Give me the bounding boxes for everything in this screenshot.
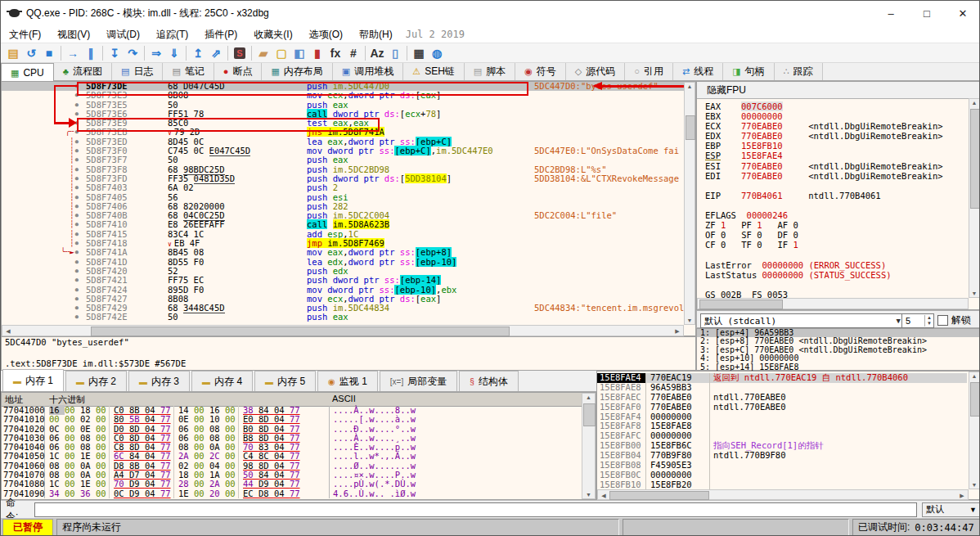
function-icon[interactable]: fx bbox=[326, 45, 344, 61]
tab-struct[interactable]: §结构体 bbox=[459, 371, 519, 391]
breakpoint-dot-icon[interactable]: ● bbox=[75, 220, 79, 229]
calling-convention-select[interactable]: 默认 (stdcall) ▼ bbox=[700, 313, 905, 328]
breakpoint-dot-icon[interactable]: ● bbox=[75, 137, 79, 146]
breakpoint-dot-icon[interactable]: ● bbox=[75, 101, 79, 110]
register-row[interactable]: EAX007C6000 bbox=[705, 101, 967, 111]
breakpoint-dot-icon[interactable]: ● bbox=[75, 183, 79, 192]
stack-row[interactable]: 15E8FAF0770EABE0ntdll.770EABE0 bbox=[597, 403, 967, 412]
tab-cpu[interactable]: ▦CPU bbox=[1, 63, 54, 83]
spinner-arrows-icon[interactable]: ▲▼ bbox=[924, 315, 933, 327]
breakpoint-dot-icon[interactable]: ● bbox=[75, 155, 79, 164]
label-icon[interactable]: ◧ bbox=[290, 45, 308, 61]
register-row[interactable]: ECX770EABE0 <ntdll.DbgUiRemoteBreakin> bbox=[705, 121, 967, 131]
register-row[interactable]: CF 0 TF 0 IF 1 bbox=[705, 240, 967, 250]
dump-row[interactable]: 7704109034 00 36 000C D9 04 771E 00 20 0… bbox=[2, 489, 578, 498]
menu-item-2[interactable]: 调试(D) bbox=[98, 29, 148, 40]
tab-seh-chain[interactable]: ⚠SEH链 bbox=[403, 63, 465, 80]
step-out-icon[interactable]: ↥ bbox=[189, 45, 207, 61]
tab-graph[interactable]: ♣流程图 bbox=[54, 63, 112, 80]
tab-log[interactable]: ▤日志 bbox=[112, 63, 163, 80]
hash-icon[interactable]: # bbox=[344, 45, 362, 61]
breakpoint-dot-icon[interactable]: ● bbox=[75, 304, 79, 313]
stack-row[interactable]: 15E8FAEC770EABE0ntdll.770EABE0 bbox=[597, 393, 967, 403]
register-row[interactable]: ESP15E8FAE4 bbox=[705, 151, 967, 160]
tab-dump-5[interactable]: ▬内存 5 bbox=[254, 371, 316, 391]
breakpoint-dot-icon[interactable]: ● bbox=[75, 230, 79, 239]
menu-item-6[interactable]: 选项(O) bbox=[301, 29, 351, 40]
breakpoint-dot-icon[interactable]: ● bbox=[75, 193, 79, 202]
tab-dump-2[interactable]: ▬内存 2 bbox=[65, 371, 127, 391]
run-to-user-code-icon[interactable]: ⇗ bbox=[207, 45, 225, 61]
breakpoint-dot-icon[interactable]: ● bbox=[75, 248, 79, 257]
tab-dump-1[interactable]: ▬内存 1 bbox=[2, 369, 64, 391]
tab-dump-4[interactable]: ▬内存 4 bbox=[191, 371, 253, 391]
command-input[interactable] bbox=[34, 502, 917, 517]
breakpoint-dot-icon[interactable]: ● bbox=[75, 174, 79, 183]
disasm-row[interactable]: ●5D8F742E50push eax bbox=[2, 313, 695, 322]
maximize-button[interactable]: □ bbox=[909, 1, 945, 25]
menu-item-7[interactable]: 帮助(H) bbox=[351, 29, 401, 40]
register-row[interactable]: ESI770EABE0 <ntdll.DbgUiRemoteBreakin> bbox=[705, 161, 967, 171]
stop-icon[interactable]: ■ bbox=[40, 45, 58, 61]
memory-map-icon[interactable]: ▯ bbox=[386, 45, 404, 61]
register-hscrollbar[interactable] bbox=[697, 298, 969, 309]
tab-dump-3[interactable]: ▬内存 3 bbox=[128, 371, 190, 391]
command-scope-dropdown[interactable]: 默认 ▼ bbox=[922, 502, 980, 517]
menu-item-5[interactable]: 收藏夹(I) bbox=[245, 29, 300, 40]
patch-icon[interactable]: ▰ bbox=[254, 45, 272, 61]
animate-over-icon[interactable]: ⇓ bbox=[165, 45, 183, 61]
register-row[interactable] bbox=[705, 250, 967, 259]
breakpoint-dot-icon[interactable]: ● bbox=[75, 313, 79, 322]
disasm-hscrollbar[interactable]: ◀ ▶ bbox=[2, 325, 684, 336]
bookmark-icon[interactable]: ▮ bbox=[308, 45, 326, 61]
menu-item-1[interactable]: 视图(V) bbox=[49, 29, 98, 40]
breakpoint-dot-icon[interactable]: ● bbox=[75, 239, 79, 248]
disasm-vscrollbar[interactable]: ▲ ▼ bbox=[684, 82, 695, 325]
tab-call-stack[interactable]: ▣调用堆栈 bbox=[333, 63, 403, 80]
register-row[interactable]: LastStatus 00000000 (STATUS_SUCCESS) bbox=[705, 270, 967, 280]
unlock-checkbox[interactable]: 解锁 bbox=[937, 313, 971, 327]
calculator-icon[interactable]: ▦ bbox=[410, 45, 428, 61]
scroll-thumb[interactable] bbox=[91, 327, 510, 336]
tab-watch-1[interactable]: ◉监视 1 bbox=[317, 371, 378, 391]
step-over-icon[interactable]: ↷ bbox=[124, 45, 142, 61]
tab-breakpoints[interactable]: ●断点 bbox=[214, 63, 263, 80]
breakpoint-dot-icon[interactable]: ● bbox=[75, 286, 79, 295]
register-vscrollbar[interactable]: ▲ ▼ bbox=[969, 98, 980, 298]
register-row[interactable]: LastError 00000000 (ERROR_SUCCESS) bbox=[705, 260, 967, 270]
checkbox-icon[interactable] bbox=[937, 315, 948, 326]
tab-memory-map[interactable]: ▦内存布局 bbox=[262, 63, 332, 80]
breakpoint-dot-icon[interactable]: ● bbox=[75, 267, 79, 276]
tab-symbols[interactable]: ◉符号 bbox=[515, 63, 566, 80]
breakpoint-dot-icon[interactable]: ● bbox=[75, 276, 79, 285]
register-row[interactable] bbox=[705, 280, 967, 290]
stack-row[interactable]: 15E8FAE896A59BB3 bbox=[597, 383, 967, 393]
arg-count-stepper[interactable]: 5 ▲▼ bbox=[901, 313, 934, 328]
hide-fpu-button[interactable]: 隐藏FPU bbox=[697, 82, 980, 99]
register-row[interactable]: OF 0 SF 0 DF 0 bbox=[705, 230, 967, 240]
tab-notes[interactable]: ▤笔记 bbox=[163, 63, 214, 80]
breakpoint-dot-icon[interactable]: ● bbox=[75, 211, 79, 220]
dump-vscrollbar[interactable]: ▲ ▼ bbox=[582, 393, 596, 499]
disasm-row[interactable]: ┆●5D8F74036A 02push 2 bbox=[2, 183, 695, 192]
stack-vscrollbar[interactable]: ▲ ▼ bbox=[969, 372, 980, 489]
tab-locals[interactable]: [x=]局部变量 bbox=[380, 371, 457, 391]
scroll-left-icon[interactable]: ◀ bbox=[4, 328, 12, 335]
tab-threads[interactable]: ⇄线程 bbox=[673, 63, 723, 80]
register-row[interactable]: EIP770B4061 ntdll.770B4061 bbox=[705, 191, 967, 200]
breakpoint-dot-icon[interactable]: ● bbox=[75, 202, 79, 211]
tab-script[interactable]: ▤脚本 bbox=[465, 63, 515, 80]
step-into-icon[interactable]: ↧ bbox=[106, 45, 124, 61]
register-row[interactable] bbox=[705, 181, 967, 191]
tab-handles[interactable]: ◨句柄 bbox=[723, 63, 774, 80]
menu-item-0[interactable]: 文件(F) bbox=[1, 29, 49, 40]
stack-row[interactable]: 15E8FB0C00000000 bbox=[597, 471, 967, 480]
scroll-right-icon[interactable]: ▶ bbox=[673, 328, 681, 335]
scroll-thumb[interactable] bbox=[686, 115, 695, 140]
register-row[interactable]: ZF 1 PF 1 AF 0 bbox=[705, 220, 967, 230]
menu-item-4[interactable]: 插件(P) bbox=[196, 29, 245, 40]
open-file-icon[interactable]: ▤ bbox=[4, 45, 22, 61]
stack-hscrollbar[interactable]: ◀ ▶ bbox=[597, 489, 969, 500]
minimize-button[interactable]: – bbox=[873, 1, 909, 25]
tab-references[interactable]: ○引用 bbox=[625, 63, 673, 80]
